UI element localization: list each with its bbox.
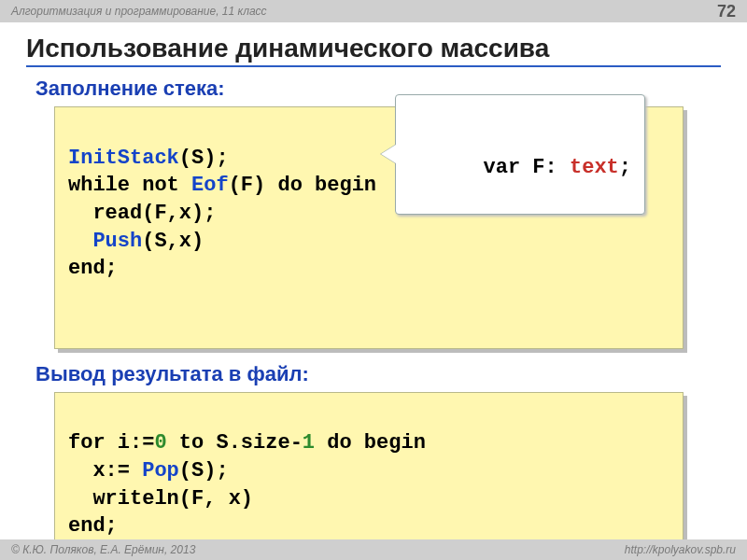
code-token: 0: [154, 431, 166, 455]
callout-var-f: var F: text;: [395, 94, 645, 215]
code-block-fill-stack: InitStack(S); while not Eof(F) do begin …: [54, 106, 684, 349]
page-title: Использование динамического массива: [26, 34, 721, 67]
code-token: ;: [619, 156, 631, 179]
code-token: x:=: [68, 459, 142, 483]
code-token: text: [570, 156, 619, 179]
course-label: Алгоритмизация и программирование, 11 кл…: [11, 5, 267, 18]
footer-url: http://kpolyakov.spb.ru: [625, 543, 736, 556]
header-bar: Алгоритмизация и программирование, 11 кл…: [0, 0, 747, 22]
code-block-output: for i:=0 to S.size-1 do begin x:= Pop(S)…: [54, 392, 684, 561]
code-token: to S.size-: [167, 431, 303, 455]
code-token: writeln(F, x): [68, 487, 253, 511]
code-token: end;: [68, 514, 118, 538]
code-token: Pop: [142, 459, 179, 483]
slide-body: Использование динамического массива Запо…: [0, 22, 747, 560]
code-token: read(F,x);: [68, 202, 216, 225]
code-token: (S,x): [142, 230, 204, 253]
code-token: [68, 230, 92, 253]
code-token: while not: [68, 174, 191, 197]
code-token: (S);: [179, 459, 229, 483]
code-token: var F:: [484, 156, 570, 179]
code-token: Push: [92, 230, 142, 253]
callout-tail-icon: [381, 145, 396, 163]
page-number: 72: [717, 2, 736, 21]
code-token: (F) do begin: [229, 174, 376, 197]
code-token: do begin: [315, 431, 426, 455]
code-token: (S);: [179, 147, 229, 170]
code-token: for i:=: [68, 431, 154, 455]
code-token: end;: [68, 257, 118, 280]
section2-heading: Вывод результата в файл:: [35, 362, 721, 386]
footer-bar: © К.Ю. Поляков, Е.А. Ерёмин, 2013 http:/…: [0, 539, 747, 560]
code-token: 1: [303, 431, 315, 455]
code-token: InitStack: [68, 147, 179, 170]
footer-authors: © К.Ю. Поляков, Е.А. Ерёмин, 2013: [11, 543, 195, 556]
code-token: Eof: [191, 174, 229, 197]
